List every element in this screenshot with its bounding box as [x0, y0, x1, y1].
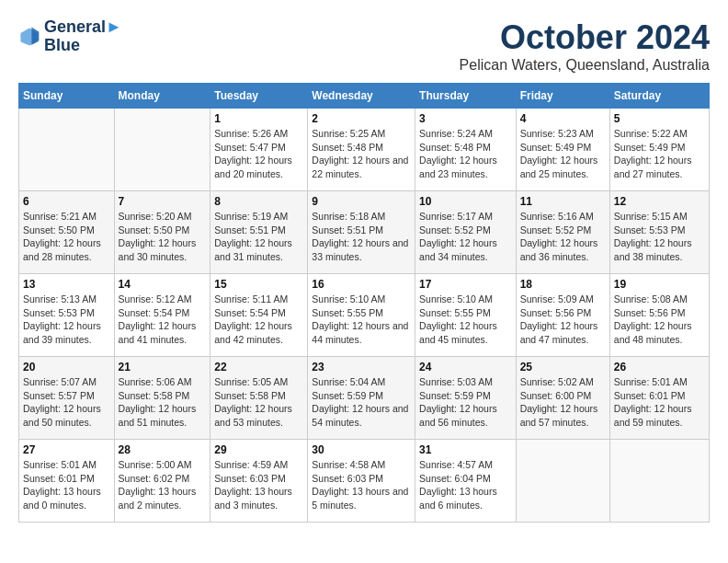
- day-detail: Sunrise: 5:21 AMSunset: 5:50 PMDaylight:…: [23, 210, 110, 264]
- calendar-cell: 19Sunrise: 5:08 AMSunset: 5:56 PMDayligh…: [609, 274, 709, 357]
- location-title: Pelican Waters, Queensland, Australia: [460, 57, 710, 74]
- day-number: 3: [419, 112, 512, 125]
- calendar-cell: [19, 109, 115, 191]
- day-detail: Sunrise: 5:19 AMSunset: 5:51 PMDaylight:…: [214, 210, 303, 264]
- calendar-cell: 2Sunrise: 5:25 AMSunset: 5:48 PMDaylight…: [308, 109, 415, 191]
- calendar-cell: 30Sunrise: 4:58 AMSunset: 6:03 PMDayligh…: [308, 440, 415, 523]
- day-number: 20: [23, 361, 110, 373]
- day-number: 2: [312, 112, 411, 125]
- day-detail: Sunrise: 5:24 AMSunset: 5:48 PMDaylight:…: [419, 127, 512, 181]
- day-detail: Sunrise: 5:03 AMSunset: 5:59 PMDaylight:…: [419, 375, 512, 430]
- month-title: October 2024: [460, 18, 710, 57]
- day-detail: Sunrise: 5:00 AMSunset: 6:02 PMDaylight:…: [119, 458, 207, 512]
- calendar-cell: 12Sunrise: 5:15 AMSunset: 5:53 PMDayligh…: [609, 191, 709, 274]
- day-number: 28: [119, 443, 207, 456]
- day-detail: Sunrise: 5:09 AMSunset: 5:56 PMDaylight:…: [520, 293, 606, 347]
- weekday-header-thursday: Thursday: [415, 84, 517, 109]
- day-number: 16: [312, 278, 411, 291]
- day-detail: Sunrise: 5:18 AMSunset: 5:51 PMDaylight:…: [312, 210, 411, 264]
- day-number: 4: [520, 112, 606, 125]
- calendar-cell: 14Sunrise: 5:12 AMSunset: 5:54 PMDayligh…: [114, 274, 210, 357]
- header: General► Blue October 2024 Pelican Water…: [18, 18, 710, 74]
- day-detail: Sunrise: 5:15 AMSunset: 5:53 PMDaylight:…: [614, 210, 705, 264]
- day-detail: Sunrise: 5:07 AMSunset: 5:57 PMDaylight:…: [23, 375, 110, 430]
- day-number: 17: [419, 278, 512, 291]
- day-number: 25: [520, 361, 606, 373]
- calendar-cell: 4Sunrise: 5:23 AMSunset: 5:49 PMDaylight…: [516, 109, 609, 191]
- calendar-week-row: 20Sunrise: 5:07 AMSunset: 5:57 PMDayligh…: [19, 357, 710, 440]
- calendar-week-row: 1Sunrise: 5:26 AMSunset: 5:47 PMDaylight…: [19, 109, 710, 191]
- calendar-cell: 5Sunrise: 5:22 AMSunset: 5:49 PMDaylight…: [609, 109, 709, 191]
- day-number: 10: [419, 195, 512, 208]
- weekday-header-sunday: Sunday: [19, 84, 115, 109]
- calendar-cell: 31Sunrise: 4:57 AMSunset: 6:04 PMDayligh…: [415, 440, 517, 523]
- calendar-cell: 23Sunrise: 5:04 AMSunset: 5:59 PMDayligh…: [308, 357, 415, 440]
- calendar-cell: 29Sunrise: 4:59 AMSunset: 6:03 PMDayligh…: [210, 440, 308, 523]
- calendar-week-row: 6Sunrise: 5:21 AMSunset: 5:50 PMDaylight…: [19, 191, 710, 274]
- calendar-cell: 9Sunrise: 5:18 AMSunset: 5:51 PMDaylight…: [308, 191, 415, 274]
- day-number: 30: [312, 443, 411, 456]
- calendar-cell: 25Sunrise: 5:02 AMSunset: 6:00 PMDayligh…: [516, 357, 609, 440]
- day-detail: Sunrise: 5:26 AMSunset: 5:47 PMDaylight:…: [214, 127, 303, 181]
- day-number: 21: [119, 361, 207, 373]
- day-number: 11: [520, 195, 606, 208]
- weekday-header-saturday: Saturday: [609, 84, 709, 109]
- calendar-cell: 17Sunrise: 5:10 AMSunset: 5:55 PMDayligh…: [415, 274, 517, 357]
- calendar-cell: 27Sunrise: 5:01 AMSunset: 6:01 PMDayligh…: [19, 440, 115, 523]
- title-area: October 2024 Pelican Waters, Queensland,…: [460, 18, 710, 74]
- day-detail: Sunrise: 5:16 AMSunset: 5:52 PMDaylight:…: [520, 210, 606, 264]
- calendar-cell: [609, 440, 709, 523]
- day-number: 13: [23, 278, 110, 291]
- day-number: 18: [520, 278, 606, 291]
- calendar-cell: 7Sunrise: 5:20 AMSunset: 5:50 PMDaylight…: [114, 191, 210, 274]
- day-number: 19: [614, 278, 705, 291]
- day-number: 14: [119, 278, 207, 291]
- calendar-cell: [516, 440, 609, 523]
- weekday-header-row: SundayMondayTuesdayWednesdayThursdayFrid…: [19, 84, 710, 109]
- day-detail: Sunrise: 5:13 AMSunset: 5:53 PMDaylight:…: [23, 293, 110, 347]
- day-number: 8: [214, 195, 303, 208]
- calendar-cell: 3Sunrise: 5:24 AMSunset: 5:48 PMDaylight…: [415, 109, 517, 191]
- day-detail: Sunrise: 5:02 AMSunset: 6:00 PMDaylight:…: [520, 375, 606, 430]
- day-detail: Sunrise: 5:08 AMSunset: 5:56 PMDaylight:…: [614, 293, 705, 347]
- calendar-cell: 13Sunrise: 5:13 AMSunset: 5:53 PMDayligh…: [19, 274, 115, 357]
- calendar-week-row: 27Sunrise: 5:01 AMSunset: 6:01 PMDayligh…: [19, 440, 710, 523]
- day-number: 23: [312, 361, 411, 373]
- logo-icon: [18, 26, 40, 48]
- day-number: 9: [312, 195, 411, 208]
- calendar-cell: 6Sunrise: 5:21 AMSunset: 5:50 PMDaylight…: [19, 191, 115, 274]
- calendar-cell: 18Sunrise: 5:09 AMSunset: 5:56 PMDayligh…: [516, 274, 609, 357]
- day-detail: Sunrise: 5:01 AMSunset: 6:01 PMDaylight:…: [23, 458, 110, 512]
- day-detail: Sunrise: 5:25 AMSunset: 5:48 PMDaylight:…: [312, 127, 411, 181]
- day-number: 31: [419, 443, 512, 456]
- day-number: 27: [23, 443, 110, 456]
- calendar-cell: 8Sunrise: 5:19 AMSunset: 5:51 PMDaylight…: [210, 191, 308, 274]
- day-number: 26: [614, 361, 705, 373]
- day-number: 29: [214, 443, 303, 456]
- day-detail: Sunrise: 5:22 AMSunset: 5:49 PMDaylight:…: [614, 127, 705, 181]
- weekday-header-tuesday: Tuesday: [210, 84, 308, 109]
- calendar-cell: 15Sunrise: 5:11 AMSunset: 5:54 PMDayligh…: [210, 274, 308, 357]
- day-detail: Sunrise: 5:05 AMSunset: 5:58 PMDaylight:…: [214, 375, 303, 430]
- calendar-cell: 21Sunrise: 5:06 AMSunset: 5:58 PMDayligh…: [114, 357, 210, 440]
- day-detail: Sunrise: 4:58 AMSunset: 6:03 PMDaylight:…: [312, 458, 411, 512]
- calendar-cell: 20Sunrise: 5:07 AMSunset: 5:57 PMDayligh…: [19, 357, 115, 440]
- day-detail: Sunrise: 5:01 AMSunset: 6:01 PMDaylight:…: [614, 375, 705, 430]
- weekday-header-friday: Friday: [516, 84, 609, 109]
- day-number: 15: [214, 278, 303, 291]
- calendar-cell: 24Sunrise: 5:03 AMSunset: 5:59 PMDayligh…: [415, 357, 517, 440]
- calendar-week-row: 13Sunrise: 5:13 AMSunset: 5:53 PMDayligh…: [19, 274, 710, 357]
- day-detail: Sunrise: 5:20 AMSunset: 5:50 PMDaylight:…: [119, 210, 207, 264]
- day-number: 24: [419, 361, 512, 373]
- calendar-cell: [114, 109, 210, 191]
- day-detail: Sunrise: 5:04 AMSunset: 5:59 PMDaylight:…: [312, 375, 411, 430]
- logo: General► Blue: [18, 18, 122, 55]
- day-detail: Sunrise: 5:17 AMSunset: 5:52 PMDaylight:…: [419, 210, 512, 264]
- calendar-cell: 16Sunrise: 5:10 AMSunset: 5:55 PMDayligh…: [308, 274, 415, 357]
- day-detail: Sunrise: 5:10 AMSunset: 5:55 PMDaylight:…: [312, 293, 411, 347]
- calendar-cell: 22Sunrise: 5:05 AMSunset: 5:58 PMDayligh…: [210, 357, 308, 440]
- calendar-cell: 28Sunrise: 5:00 AMSunset: 6:02 PMDayligh…: [114, 440, 210, 523]
- day-detail: Sunrise: 5:11 AMSunset: 5:54 PMDaylight:…: [214, 293, 303, 347]
- day-number: 7: [119, 195, 207, 208]
- weekday-header-wednesday: Wednesday: [308, 84, 415, 109]
